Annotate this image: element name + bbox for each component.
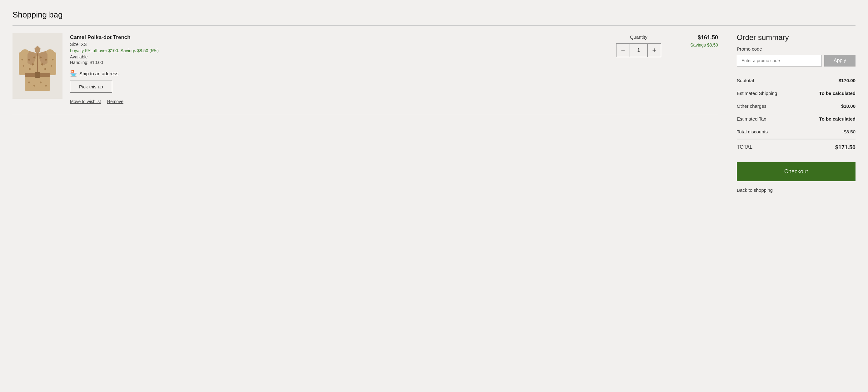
svg-point-12 [41,63,43,65]
shipping-label: Estimated Shipping [737,91,777,96]
promo-input[interactable] [737,55,822,67]
ship-icon: 🏪 [70,70,77,77]
back-to-shopping-button[interactable]: Back to shopping [737,187,773,193]
action-links: Move to wishlist Remove [70,99,603,104]
available-text: Available [70,54,603,59]
subtotal-value: $170.00 [839,78,856,83]
other-charges-value: $10.00 [841,103,856,109]
svg-marker-24 [34,45,41,54]
product-size: Size: XS [70,42,603,47]
top-divider [12,25,856,26]
price-savings: Savings $8.50 [690,42,718,47]
svg-point-22 [40,81,41,84]
svg-point-13 [44,68,46,70]
svg-point-11 [45,59,47,61]
subtotal-label: Subtotal [737,78,754,83]
checkout-button[interactable]: Checkout [737,162,856,181]
svg-point-7 [28,59,30,61]
svg-point-25 [21,50,29,54]
other-charges-label: Other charges [737,103,767,109]
total-value: $171.50 [835,144,856,151]
quantity-label: Quantity [630,34,647,40]
loyalty-text: Loyalty 5% off over $100: Savings $8.50 … [70,48,603,53]
svg-point-15 [22,59,23,61]
page-title: Shopping bag [12,10,856,20]
pick-up-button[interactable]: Pick this up [70,80,112,93]
svg-point-26 [46,50,54,54]
ship-label: Ship to an address [80,71,118,76]
svg-rect-6 [35,72,40,78]
summary-row-tax: Estimated Tax To be calculated [737,112,856,125]
quantity-increase-button[interactable]: + [647,43,661,57]
svg-point-18 [51,65,53,67]
cart-section: Camel Polka-dot Trench Size: XS Loyalty … [12,33,718,114]
main-layout: Camel Polka-dot Trench Size: XS Loyalty … [12,33,856,193]
svg-point-20 [28,81,30,84]
handling-text: Handling: $10.00 [70,60,603,65]
promo-row: Apply [737,55,856,67]
svg-point-8 [32,63,34,65]
total-label: TOTAL [737,144,752,151]
tax-label: Estimated Tax [737,116,766,122]
svg-point-17 [52,59,54,61]
product-image [12,33,62,99]
quantity-control: − 1 + [616,43,661,57]
svg-point-14 [40,57,41,58]
product-details: Camel Polka-dot Trench Size: XS Loyalty … [70,33,603,104]
quantity-price-section: Quantity − 1 + [611,33,667,57]
quantity-decrease-button[interactable]: − [616,43,630,57]
product-name: Camel Polka-dot Trench [70,34,603,41]
move-to-wishlist-button[interactable]: Move to wishlist [70,99,101,104]
svg-point-16 [23,65,24,67]
order-summary-title: Order summary [737,33,856,42]
svg-point-9 [29,68,31,70]
summary-row-other-charges: Other charges $10.00 [737,100,856,112]
svg-rect-4 [48,52,56,75]
svg-point-21 [33,85,35,87]
svg-rect-3 [19,52,28,75]
apply-button[interactable]: Apply [824,55,856,67]
summary-row-shipping: Estimated Shipping To be calculated [737,87,856,100]
coat-illustration [17,36,58,96]
ship-row: 🏪 Ship to an address [70,70,603,77]
summary-rows: Subtotal $170.00 Estimated Shipping To b… [737,74,856,155]
shipping-value: To be calculated [819,91,856,96]
discounts-value: -$8.50 [842,129,856,134]
promo-label: Promo code [737,46,856,52]
summary-row-subtotal: Subtotal $170.00 [737,74,856,87]
quantity-display: 1 [630,43,647,57]
order-summary: Order summary Promo code Apply Subtotal … [737,33,856,193]
cart-item: Camel Polka-dot Trench Size: XS Loyalty … [12,33,718,113]
tax-value: To be calculated [819,116,856,122]
svg-point-10 [33,57,35,58]
summary-row-discounts: Total discounts -$8.50 [737,125,856,138]
price-main: $161.50 [674,34,718,41]
svg-point-23 [45,85,47,87]
remove-button[interactable]: Remove [107,99,123,104]
discounts-label: Total discounts [737,129,768,134]
summary-row-total: TOTAL $171.50 [737,140,856,155]
price-section: $161.50 Savings $8.50 [674,33,718,47]
